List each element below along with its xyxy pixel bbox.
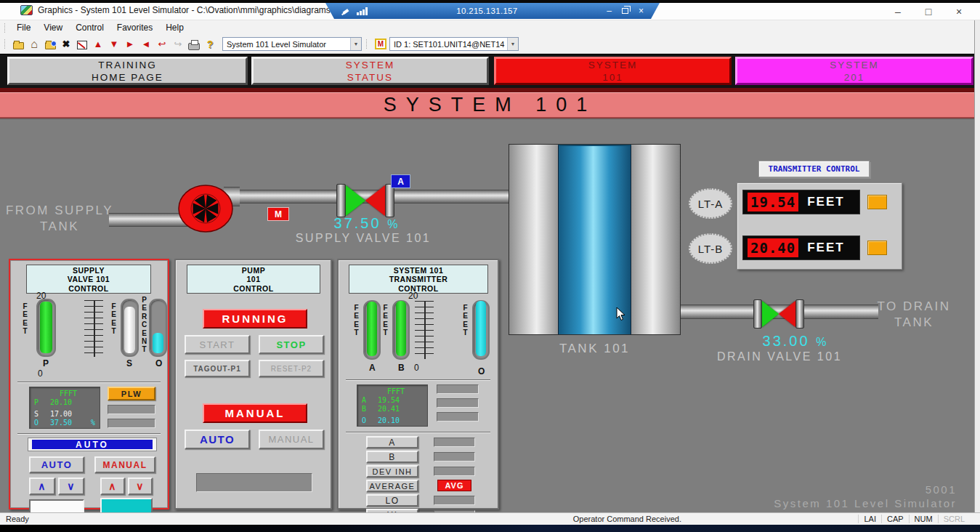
valve-open-wedge [346, 185, 365, 216]
plw-button[interactable]: PLW [108, 387, 155, 400]
forward-icon[interactable]: ↪ [170, 37, 186, 52]
transmitter-control-button[interactable]: TRANSMITTER CONTROL [758, 161, 870, 177]
raise-manual-button[interactable]: ∧ [100, 477, 125, 495]
nav-system-101[interactable]: SYSTEM101 [494, 57, 732, 85]
back-icon[interactable]: ↩ [154, 37, 170, 52]
tagout-p1-button[interactable]: TAGOUT-P1 [185, 360, 250, 377]
status-flag-num: NUM [909, 515, 938, 523]
nav-training-home[interactable]: TRAININGHOME PAGE [7, 57, 248, 85]
drain-valve-101-symbol[interactable] [753, 299, 804, 329]
pump-motor-indicator[interactable]: M [267, 207, 289, 221]
lt-b-tag[interactable]: LT-B [689, 233, 732, 264]
nav-system-status[interactable]: SYSTEMSTATUS [251, 57, 489, 85]
blank-indicator [434, 467, 475, 476]
blank-indicator [437, 384, 479, 394]
supply-valve-101-symbol[interactable] [336, 184, 394, 217]
gauge-b-fill [396, 301, 406, 356]
dropdown-arrow-icon[interactable]: ▼ [507, 38, 518, 50]
close-diagram-icon[interactable]: ✖ [58, 37, 74, 52]
unit-select[interactable]: ID 1: SET101.UNIT14@NET14 ▼ [389, 37, 519, 51]
gauge-o [149, 299, 167, 357]
monitor-icon[interactable]: M [375, 39, 386, 49]
lt-b-readout: 20.40 FEET [742, 235, 860, 260]
lower-manual-button[interactable]: ∨ [128, 477, 153, 495]
scale-min-label: 0 [38, 368, 43, 379]
lo-button[interactable]: LO [366, 494, 418, 507]
rdp-close-button[interactable]: × [639, 6, 644, 16]
gauge-p [36, 299, 56, 357]
page-up-icon[interactable]: ▲ [90, 37, 106, 52]
axis-label-feet: FEET [110, 302, 117, 336]
raise-auto-button[interactable]: ∧ [29, 477, 55, 495]
maximize-button[interactable]: □ [913, 6, 944, 17]
rdp-connection-bar: 10.215.131.157 – × [325, 3, 660, 19]
page-down-icon[interactable]: ▼ [106, 37, 122, 52]
pin-icon[interactable] [341, 7, 351, 16]
close-button[interactable]: × [944, 6, 974, 17]
blank-indicator [437, 398, 479, 408]
menu-file[interactable]: File [10, 23, 37, 33]
menu-help[interactable]: Help [159, 23, 190, 33]
blank-indicator [196, 473, 312, 492]
page-right-icon[interactable]: ► [122, 37, 138, 52]
open-diagram-icon[interactable] [10, 37, 26, 52]
average-button[interactable]: AVERAGE [366, 480, 418, 492]
toolbar: ⌂ ✖ ▲ ▼ ► ◄ ↩ ↪ ? System 101 Level Simul… [0, 35, 980, 54]
menu-favorites[interactable]: Favorites [110, 23, 159, 33]
lower-auto-button[interactable]: ∨ [58, 477, 84, 495]
lt-b-value: 20.40 [748, 238, 798, 257]
manual-button[interactable]: MANUAL [259, 430, 324, 449]
toolbar-grip [366, 39, 367, 49]
blank-indicator [108, 405, 155, 414]
help-icon[interactable]: ? [202, 37, 218, 52]
transmitter-control-panel: SYSTEM 101TRANSMITTERCONTROL FEET A FEET… [337, 259, 499, 509]
tank-name: TANK 101 [509, 342, 681, 356]
auto-button[interactable]: AUTO [185, 430, 250, 449]
lt-a-ack-button[interactable] [867, 195, 887, 209]
pump-101-symbol[interactable] [177, 183, 235, 234]
lt-b-unit: FEET [807, 241, 844, 255]
supply-valve-auto-tag[interactable]: A [391, 174, 410, 188]
diagram-select[interactable]: System 101 Level Simulator ▼ [222, 37, 362, 51]
menu-view[interactable]: View [37, 23, 69, 33]
select-a-button[interactable]: A [366, 436, 418, 448]
start-button[interactable]: START [185, 335, 250, 354]
drain-valve-position-value: 33.00 % [741, 333, 850, 350]
lt-a-tag[interactable]: LT-A [689, 188, 732, 219]
blank-indicator [108, 419, 155, 428]
status-flag-lai: LAI [858, 515, 881, 523]
gauge-s-tag: S [126, 358, 132, 368]
value-readout: FFFT P20.10 S17.00 O37.50% [29, 387, 100, 429]
rdp-restore-button[interactable] [622, 8, 628, 14]
home-icon[interactable]: ⌂ [26, 37, 42, 52]
gauge-a [363, 300, 381, 360]
diagram-name: System 101 Level Simulator [774, 496, 957, 510]
auto-button[interactable]: AUTO [29, 456, 84, 473]
nav-system-201[interactable]: SYSTEM201 [735, 57, 973, 85]
print-icon[interactable] [186, 37, 202, 52]
setpoint-entry-field[interactable] [29, 499, 84, 514]
panel-title: SUPPLYVALVE 101CONTROL [26, 265, 151, 294]
to-drain-tank-label: TO DRAINTANK [870, 299, 957, 331]
rdp-minimize-button[interactable]: – [607, 6, 612, 16]
menu-control[interactable]: Control [69, 23, 110, 33]
nav-button-row: TRAININGHOME PAGE SYSTEMSTATUS SYSTEM101… [0, 55, 980, 88]
manual-button[interactable]: MANUAL [94, 456, 155, 473]
window-capture-icon[interactable] [74, 37, 90, 52]
favorites-folder-icon[interactable] [42, 37, 58, 52]
dev-inh-button[interactable]: DEV INH [366, 465, 418, 477]
page-left-icon[interactable]: ◄ [138, 37, 154, 52]
reset-p2-button[interactable]: RESET-P2 [259, 360, 324, 377]
lt-b-ack-button[interactable] [867, 241, 887, 255]
dropdown-arrow-icon[interactable]: ▼ [350, 38, 361, 50]
blank-indicator [434, 452, 475, 462]
select-b-button[interactable]: B [366, 451, 418, 463]
status-bar: Ready Operator Command Received. LAI CAP… [0, 512, 980, 525]
stop-button[interactable]: STOP [259, 335, 324, 354]
drain-valve-name: DRAIN VALVE 101 [710, 350, 849, 363]
valve-flange [795, 299, 804, 329]
tank-101[interactable] [509, 144, 681, 335]
panel-title: PUMP101CONTROL [187, 265, 320, 294]
panel-title: SYSTEM 101TRANSMITTERCONTROL [349, 265, 488, 294]
minimize-button[interactable]: – [883, 6, 913, 17]
